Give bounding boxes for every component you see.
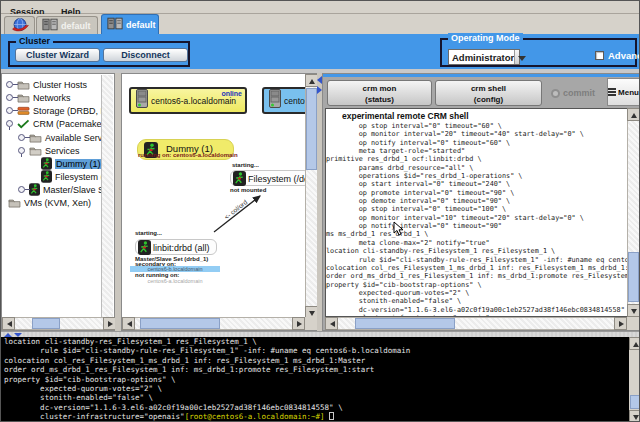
terminal-lines: location cli-standby-res_Filesystem_1 re… (1, 337, 640, 412)
crm-config-line: property $id="cib-bootstrap-options" \ (326, 281, 628, 289)
tree-item-crm-pacemaker[interactable]: CRM (Pacemaker) (2, 117, 102, 130)
edge-label: <- col/ord (223, 198, 249, 220)
crm-vscroll-thumb[interactable] (628, 252, 639, 302)
tree-item-networks[interactable]: Networks (2, 91, 102, 104)
tree-vertical-scrollbar-track (101, 75, 113, 318)
tree-item-services[interactable]: Services (2, 144, 102, 157)
crm-config-line: ms ms_drbd_1 res_drbd_1 \ (326, 230, 628, 238)
terminal-line: colocation col_res_Filesystem_1_ms_drbd_… (1, 356, 640, 365)
crm-shell-panel: crm mon (status) crm shell (config) comm… (322, 73, 640, 331)
chevron-down-icon[interactable] (514, 50, 519, 64)
terminal-panel[interactable]: location cli-standby-res_Filesystem_1 re… (1, 337, 640, 422)
crm-config-line: order ord_ms_drbd_1_res_Filesystem_1 inf… (326, 272, 628, 280)
crm-config-line: op monitor interval="10" timeout="20" st… (326, 214, 628, 222)
host-status-badge: online (221, 90, 242, 97)
commit-button: commit (551, 84, 603, 102)
crm-config-line: stonith-enabled="false" \ (326, 297, 628, 305)
graph-hscroll-thumb[interactable] (140, 318, 220, 329)
folder-icon (17, 80, 30, 90)
menu-button[interactable]: Menu (607, 78, 640, 106)
crm-config-lines: op stop interval="0" timeout="60" \ op m… (326, 122, 628, 317)
scroll-right-button[interactable] (614, 317, 627, 330)
tree-item-dummy[interactable]: Dummy (1) (2, 157, 102, 170)
resource-graph-panel: <- col/ord centos6-a.localdomain online … (121, 73, 317, 331)
tab-cluster-default-inactive[interactable]: default (36, 16, 98, 34)
crm-shell-button[interactable]: crm shell (config) (435, 80, 542, 106)
scroll-left-button[interactable] (122, 317, 135, 330)
crm-config-line: op demote interval="0" timeout="90" \ (326, 197, 628, 205)
main-area: Cluster Hosts Networks Storage (DRBD, LV… (1, 73, 640, 331)
graph-vscroll-thumb[interactable] (306, 88, 317, 170)
advanced-checkbox[interactable] (595, 51, 604, 60)
server-icon (136, 89, 148, 112)
scroll-left-button[interactable] (325, 317, 338, 330)
terminal-line: order ord_ms_drbd_1_res_Filesystem_1 inf… (1, 365, 640, 374)
collapse-handle-icon[interactable] (6, 120, 13, 127)
crm-mon-button[interactable]: crm mon (status) (327, 80, 432, 106)
crm-config-line: op stop interval="0" timeout="60" \ (326, 122, 628, 130)
fs-starting-status: starting... (232, 162, 259, 168)
tree-item-cluster-hosts[interactable]: Cluster Hosts (2, 78, 102, 91)
tree-item-storage[interactable]: Storage (DRBD, LVM) (2, 104, 102, 117)
host-node-centos6-a[interactable]: centos6-a.localdomain online (129, 87, 247, 114)
terminal-line: rule $id="cli-standby-rule-res_Filesyste… (1, 346, 640, 355)
service-running-icon (41, 170, 52, 183)
tree-item-master-slave-set[interactable]: Master/Slave Set ( (2, 183, 102, 196)
operating-mode-title: Operating Mode (448, 33, 523, 43)
service-node-linbit-drbd[interactable]: linbit:drbd (all) (135, 239, 217, 255)
crm-config-line: rule $id="cli-standby-rule-res_Filesyste… (326, 256, 628, 264)
service-running-icon (29, 183, 40, 196)
crm-hscroll-thumb[interactable] (355, 318, 455, 329)
service-node-dummy[interactable]: Dummy (1) running on: centos6-a.localdom… (137, 139, 234, 160)
operating-mode-group: Operating Mode Administrator Advanced (440, 38, 637, 67)
cluster-wizard-button[interactable]: Cluster Wizard (15, 48, 100, 62)
hamburger-icon (608, 88, 616, 96)
tab-label: default (126, 20, 156, 30)
crm-config-line: params drbd_resource="all" \ (326, 164, 628, 172)
shell-prompt: [root@centos6-a.localdomain:~#] (185, 412, 325, 421)
expand-handle-icon[interactable] (6, 94, 13, 101)
crm-config-line: location cli-standby-res_Filesystem_1 re… (326, 247, 628, 255)
tree-item-filesystem[interactable]: Filesystem (/dev/dr (2, 170, 102, 183)
terminal-line: dc-version="1.1.6-3.el6-a02c0f19a00c1eb2… (1, 403, 640, 412)
crm-config-line: op stop interval="0" timeout="100" \ (326, 205, 628, 213)
expand-handle-icon[interactable] (6, 107, 13, 114)
running-on-status: running on: centos6-a.localdomain (138, 152, 233, 158)
crm-config-line: colocation col_res_Filesystem_1_ms_drbd_… (326, 264, 628, 272)
crm-config-textarea[interactable]: experimental remote CRM shell op stop in… (325, 108, 629, 317)
terminal-line: location cli-standby-res_Filesystem_1 re… (1, 337, 640, 346)
cluster-group-title: Cluster (16, 36, 53, 46)
folder-open-icon (29, 146, 42, 156)
crm-config-line: dc-version="1.1.6-3.el6-a02c0f19a00c1eb2… (326, 306, 628, 314)
scroll-down-button[interactable] (627, 304, 640, 317)
tab-cluster-default-active[interactable]: default (101, 14, 159, 34)
tree-hscroll-thumb[interactable] (32, 318, 60, 329)
collapse-handle-icon[interactable] (18, 147, 25, 154)
scrollbar-corner (627, 317, 640, 330)
crm-config-line: expected-quorum-votes="2" \ (326, 289, 628, 297)
scroll-up-button[interactable] (627, 108, 640, 121)
scroll-up-button[interactable] (629, 337, 640, 350)
scroll-right-button[interactable] (292, 317, 305, 330)
disconnect-button[interactable]: Disconnect (103, 48, 188, 62)
operating-mode-value: Administrator (449, 52, 514, 63)
tree-item-vms[interactable]: VMs (KVM, Xen) (2, 196, 102, 209)
host-node-centos6-b[interactable]: centos6 (262, 87, 310, 114)
crm-config-line: primitive res_drbd_1 ocf:linbit:drbd \ (326, 155, 628, 163)
expand-handle-icon[interactable] (18, 134, 25, 141)
scroll-down-button[interactable] (629, 410, 640, 422)
operating-mode-select[interactable]: Administrator (448, 49, 520, 65)
tree-item-available-services[interactable]: Available Services (2, 131, 102, 144)
service-node-filesystem[interactable]: Filesystem (/dev/d (230, 170, 310, 186)
terminal-scroll-thumb[interactable] (630, 395, 640, 409)
terminal-cursor (329, 412, 334, 420)
cluster-tree-panel: Cluster Hosts Networks Storage (DRBD, LV… (1, 73, 115, 331)
terminal-line: stonith-enabled="false" \ (1, 393, 640, 402)
folder-icon (8, 198, 21, 208)
expand-handle-icon[interactable] (6, 81, 13, 88)
scroll-left-button[interactable] (2, 317, 15, 330)
expand-handle-icon[interactable] (18, 186, 25, 193)
crm-config-line: op notify interval="0" timeout="90" (326, 222, 628, 230)
tab-bar: default default (1, 14, 640, 34)
tab-home[interactable] (4, 16, 35, 34)
